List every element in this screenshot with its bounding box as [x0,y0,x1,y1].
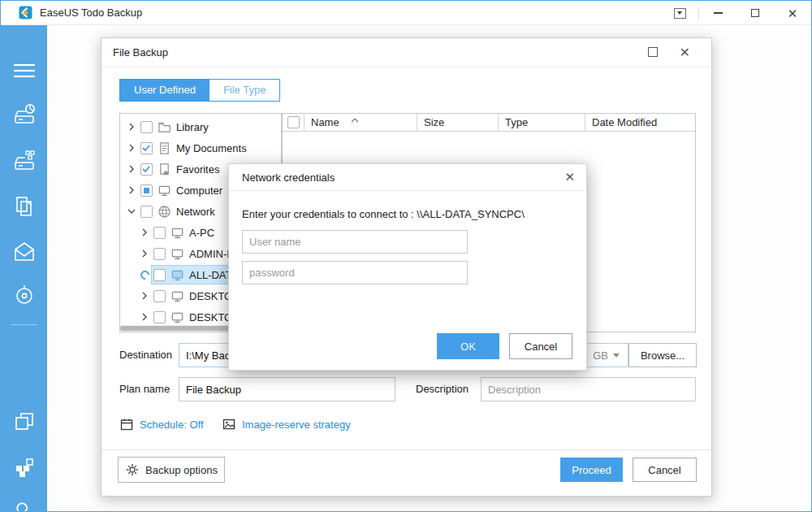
sort-ascending-icon [351,118,359,123]
title-bar: EaseUS Todo Backup ✕ [1,1,811,25]
menu-button[interactable] [1,56,47,85]
minimize-icon [714,12,723,14]
modal-title: Network credentials [242,164,335,191]
tab-user-defined[interactable]: User Defined [120,80,209,101]
modal-cancel-button[interactable]: Cancel [509,333,572,359]
modal-header: Network credentials ✕ [229,164,586,191]
dialog-header: File Backup ✕ [102,38,711,67]
chevron-down-icon[interactable] [613,354,620,358]
sidebar-item-mail-backup[interactable] [1,237,47,267]
checkbox-unchecked[interactable] [153,311,166,323]
computer-icon [171,268,184,282]
plan-name-label: Plan name [119,377,170,401]
wrench-icon [11,501,38,512]
backup-options-label: Backup options [145,464,218,476]
checkbox-unchecked[interactable] [153,269,166,281]
column-label: Date Modified [592,116,657,128]
sidebar-item-file-backup[interactable] [1,192,47,221]
tree-item-my-documents[interactable]: My Documents [120,137,281,158]
tree-item-label: Computer [176,184,222,197]
chevron-right-icon[interactable] [125,186,138,194]
dialog-cancel-button[interactable]: Cancel [633,458,697,482]
footer-divider [102,449,711,450]
check-icon [141,143,151,153]
chevron-down-icon[interactable] [125,207,138,215]
sidebar-item-tools[interactable] [1,453,47,482]
maximize-icon [751,9,759,17]
plan-name-input[interactable] [179,377,395,401]
tree-item-library[interactable]: Library [120,116,281,137]
titlebar-dropdown-button[interactable] [661,1,698,25]
sidebar-item-disk-backup[interactable] [1,100,47,129]
tree-item-label: My Documents [176,142,247,154]
tree-item-label: Network [176,206,215,218]
checkbox-checked[interactable] [140,142,153,154]
tab-file-type[interactable]: File Type [209,80,280,101]
schedule-link[interactable]: Schedule: Off [119,416,204,432]
checkbox-unchecked[interactable] [153,248,166,260]
modal-close-icon[interactable]: ✕ [564,170,575,184]
chevron-right-icon[interactable] [138,313,151,321]
sidebar-item-clone[interactable] [1,407,47,436]
username-input[interactable] [242,230,468,254]
password-input[interactable] [242,261,468,284]
chevron-right-icon[interactable] [125,123,138,131]
file-list-header: Name Size Type Date Modified [283,114,695,132]
checkbox-unchecked[interactable] [153,227,166,239]
ok-button[interactable]: OK [437,333,499,359]
minimize-button[interactable] [699,1,736,25]
column-header-date-modified[interactable]: Date Modified [585,114,695,131]
proceed-button[interactable]: Proceed [560,458,623,482]
close-icon: ✕ [788,7,798,20]
credentials-message: Enter your credentials to connect to : \… [242,208,525,220]
tree-item-label: A-PC [189,227,214,239]
chevron-right-icon[interactable] [138,228,151,236]
app-window: EaseUS Todo Backup ✕ File Backup ✕ [0,0,812,512]
image-reserve-link[interactable]: Image-reserve strategy [222,416,351,432]
chevron-right-icon[interactable] [138,249,151,258]
tab-group: User Defined File Type [119,79,280,102]
destination-label: Destination [119,343,172,367]
checkbox-checked[interactable] [140,163,153,176]
column-header-size[interactable]: Size [417,114,499,131]
column-header-type[interactable]: Type [499,114,585,131]
network-credentials-dialog: Network credentials ✕ Enter your credent… [228,163,587,371]
column-label: Name [311,116,339,128]
sidebar-item-smart-backup[interactable] [1,280,47,310]
clone-icon [12,410,37,434]
check-icon [141,164,151,174]
computer-icon [171,289,184,303]
column-header-name[interactable]: Name [304,114,417,131]
sidebar-item-utilities[interactable] [1,499,47,512]
smart-backup-icon [12,283,37,307]
sidebar-divider [11,324,37,325]
close-button[interactable]: ✕ [774,1,811,25]
description-label: Description [416,377,469,401]
image-reserve-link-label: Image-reserve strategy [242,419,351,431]
backup-options-button[interactable]: Backup options [118,457,225,483]
chevron-right-icon[interactable] [125,144,138,152]
network-globe-icon [158,205,171,219]
chevron-right-icon[interactable] [138,292,151,300]
sidebar-item-system-backup[interactable] [1,146,47,176]
chevron-right-icon[interactable] [125,165,138,173]
header-checkbox-cell [283,114,304,131]
mail-backup-icon [12,240,37,264]
gear-icon [125,462,140,477]
select-all-checkbox[interactable] [287,116,300,128]
browse-button[interactable]: Browse... [628,343,697,367]
destination-unit: GB [593,349,608,362]
description-input[interactable] [481,377,696,401]
disk-backup-icon [12,102,37,127]
tree-item-label: Library [176,121,209,133]
checkbox-unchecked[interactable] [140,206,153,218]
maximize-button[interactable] [736,1,774,25]
favorites-icon [158,163,171,176]
schedule-link-label: Schedule: Off [140,419,204,431]
checkbox-partial[interactable] [140,184,153,197]
checkbox-unchecked[interactable] [153,290,166,302]
loading-spinner-icon [138,271,151,280]
checkbox-unchecked[interactable] [140,121,153,133]
dialog-close-icon[interactable]: ✕ [680,45,690,61]
dialog-maximize-icon[interactable] [648,47,658,57]
